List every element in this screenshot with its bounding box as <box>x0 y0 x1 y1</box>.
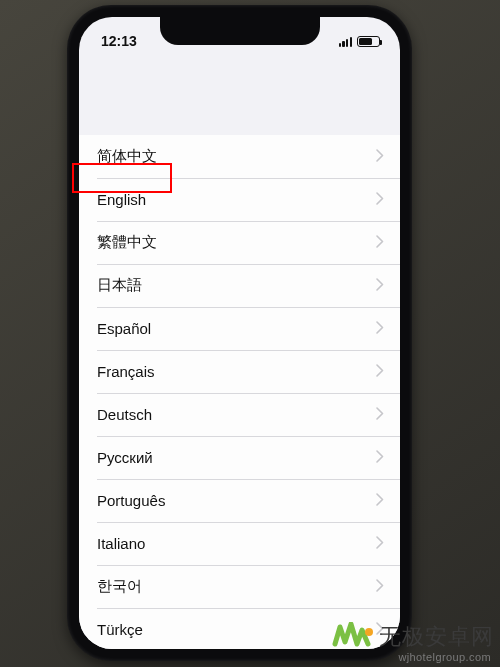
language-label: Русский <box>97 449 153 466</box>
language-label: English <box>97 191 146 208</box>
language-label: 简体中文 <box>97 147 157 166</box>
chevron-right-icon <box>376 320 384 338</box>
notch <box>160 17 320 45</box>
phone-screen: 12:13 简体中文 English 繁體中文 日本語 <box>79 17 400 649</box>
chevron-right-icon <box>376 148 384 166</box>
language-label: Italiano <box>97 535 145 552</box>
svg-point-0 <box>365 628 373 636</box>
chevron-right-icon <box>376 234 384 252</box>
language-list: 简体中文 English 繁體中文 日本語 Español Français <box>79 135 400 649</box>
watermark-logo-icon <box>332 622 374 652</box>
language-row[interactable]: 简体中文 <box>79 135 400 178</box>
chevron-right-icon <box>376 277 384 295</box>
watermark: 无极安卓网 wjhotelgroup.com <box>332 622 494 663</box>
language-label: Français <box>97 363 155 380</box>
language-label: Deutsch <box>97 406 152 423</box>
language-row[interactable]: 한국어 <box>79 565 400 608</box>
language-row[interactable]: Русский <box>79 436 400 479</box>
chevron-right-icon <box>376 406 384 424</box>
language-row[interactable]: 日本語 <box>79 264 400 307</box>
language-label: 한국어 <box>97 577 142 596</box>
chevron-right-icon <box>376 492 384 510</box>
chevron-right-icon <box>376 363 384 381</box>
watermark-brand: 无极安卓网 <box>379 622 494 652</box>
language-label: Türkçe <box>97 621 143 638</box>
language-row[interactable]: Português <box>79 479 400 522</box>
language-row[interactable]: Italiano <box>79 522 400 565</box>
signal-icon <box>339 36 352 47</box>
phone-frame: 12:13 简体中文 English 繁體中文 日本語 <box>67 5 412 661</box>
language-label: 日本語 <box>97 276 142 295</box>
chevron-right-icon <box>376 449 384 467</box>
watermark-url: wjhotelgroup.com <box>398 651 491 663</box>
chevron-right-icon <box>376 535 384 553</box>
chevron-right-icon <box>376 578 384 596</box>
language-row[interactable]: 繁體中文 <box>79 221 400 264</box>
language-row[interactable]: Français <box>79 350 400 393</box>
language-label: Português <box>97 492 165 509</box>
battery-icon <box>357 36 380 47</box>
language-row[interactable]: Deutsch <box>79 393 400 436</box>
language-label: 繁體中文 <box>97 233 157 252</box>
chevron-right-icon <box>376 191 384 209</box>
status-time: 12:13 <box>101 33 137 49</box>
language-row[interactable]: Español <box>79 307 400 350</box>
language-label: Español <box>97 320 151 337</box>
language-row[interactable]: English <box>79 178 400 221</box>
